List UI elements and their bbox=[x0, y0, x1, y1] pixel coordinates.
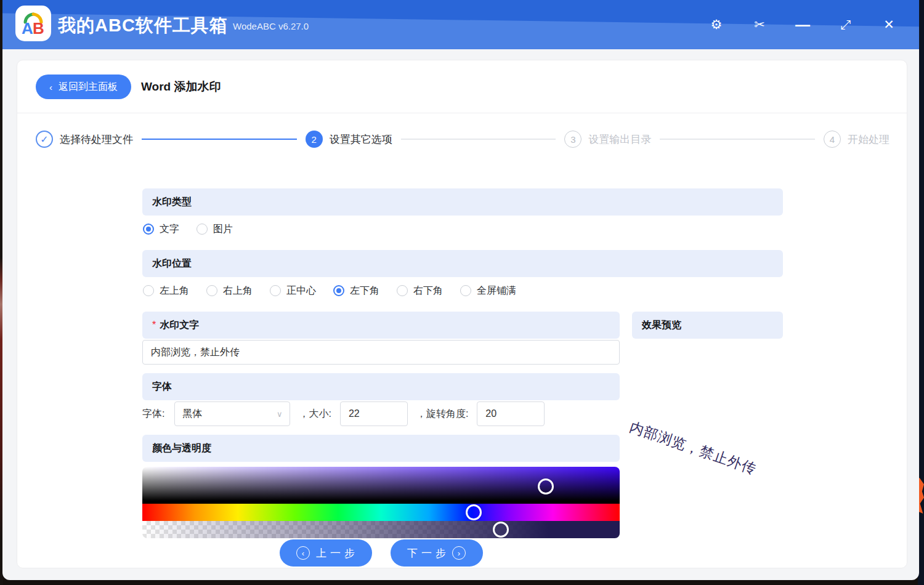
window-controls: ⚙ ✂ — ⤢ ✕ bbox=[695, 0, 910, 49]
font-size-label: ，大小: bbox=[299, 408, 331, 421]
divider bbox=[17, 113, 907, 113]
section-title: 颜色与透明度 bbox=[152, 442, 211, 455]
step-connector bbox=[142, 139, 297, 140]
watermark-text-input[interactable] bbox=[142, 340, 620, 365]
back-to-dashboard-button[interactable]: ‹ 返回到主面板 bbox=[36, 75, 131, 99]
saturation-handle[interactable] bbox=[538, 478, 554, 494]
alpha-slider[interactable] bbox=[142, 521, 620, 538]
minimize-icon[interactable]: — bbox=[781, 0, 824, 49]
maximize-icon[interactable]: ⤢ bbox=[824, 0, 867, 49]
main-panel: ‹ 返回到主面板 Word 添加水印 ✓ 选择待处理文件 2 设置其它选项 3 … bbox=[17, 60, 907, 568]
app-logo-icon: A B bbox=[19, 9, 47, 38]
watermark-preview-text: 内部浏览，禁止外传 bbox=[627, 418, 796, 491]
step-4-process: 4 开始处理 bbox=[824, 131, 890, 148]
wizard-nav-buttons: ‹ 上一步 下一步 › bbox=[142, 539, 620, 567]
radio-selected-icon bbox=[143, 224, 154, 235]
radio-icon bbox=[270, 285, 281, 296]
section-watermark-type: 水印类型 bbox=[142, 188, 783, 216]
toolbar-row: ‹ 返回到主面板 Word 添加水印 bbox=[36, 75, 221, 99]
radio-pos-bottom-left[interactable]: 左下角 bbox=[333, 284, 379, 297]
step-label: 选择待处理文件 bbox=[60, 132, 133, 147]
radio-icon bbox=[460, 285, 471, 296]
rotate-angle-input[interactable] bbox=[477, 401, 545, 426]
step-label: 设置输出目录 bbox=[588, 132, 651, 147]
font-family-label: 字体: bbox=[142, 408, 164, 421]
rotate-angle-label: ，旋转角度: bbox=[416, 408, 468, 421]
step-connector bbox=[401, 139, 556, 140]
step-number: 2 bbox=[306, 131, 323, 148]
section-font: 字体 bbox=[142, 373, 620, 400]
chevron-down-icon: ∨ bbox=[277, 410, 283, 419]
step-3-output-dir: 3 设置输出目录 bbox=[564, 131, 651, 148]
app-window: A B 我的ABC软件工具箱 WodeABC v6.27.0 ⚙ ✂ — ⤢ ✕… bbox=[2, 0, 919, 580]
prev-step-label: 上一步 bbox=[316, 546, 359, 560]
circle-arrow-left-icon: ‹ bbox=[296, 546, 310, 560]
titlebar: A B 我的ABC软件工具箱 WodeABC v6.27.0 ⚙ ✂ — ⤢ ✕ bbox=[2, 0, 919, 49]
radio-pos-top-right[interactable]: 右上角 bbox=[206, 284, 253, 297]
radio-type-text[interactable]: 文字 bbox=[143, 223, 179, 236]
section-color-opacity: 颜色与透明度 bbox=[142, 435, 620, 462]
section-title: 水印位置 bbox=[152, 257, 192, 270]
alpha-handle[interactable] bbox=[493, 522, 509, 538]
radio-icon bbox=[197, 224, 208, 235]
prev-step-button[interactable]: ‹ 上一步 bbox=[280, 539, 372, 567]
form-area: 水印类型 文字 图片 水印位置 左上角 bbox=[142, 188, 783, 569]
section-title: 字体 bbox=[152, 381, 172, 393]
saturation-value-panel[interactable] bbox=[142, 467, 620, 504]
font-size-input[interactable] bbox=[340, 401, 408, 426]
watermark-type-options: 文字 图片 bbox=[143, 220, 233, 238]
step-number: 3 bbox=[564, 131, 582, 148]
app-version: WodeABC v6.27.0 bbox=[233, 21, 309, 31]
radio-label: 文字 bbox=[160, 223, 179, 236]
settings-gear-icon[interactable]: ⚙ bbox=[695, 0, 738, 49]
radio-icon bbox=[397, 285, 408, 296]
radio-type-image[interactable]: 图片 bbox=[197, 223, 233, 236]
radio-pos-bottom-right[interactable]: 右下角 bbox=[397, 284, 443, 297]
section-title: 水印类型 bbox=[152, 196, 192, 209]
font-settings-row: 字体: 黑体 ∨ ，大小: ，旋转角度: bbox=[142, 401, 553, 426]
radio-pos-full-screen[interactable]: 全屏铺满 bbox=[460, 284, 516, 297]
app-title: 我的ABC软件工具箱 bbox=[58, 14, 228, 38]
color-picker bbox=[142, 467, 620, 538]
step-2-options: 2 设置其它选项 bbox=[306, 131, 392, 148]
font-family-value: 黑体 bbox=[182, 408, 202, 421]
radio-pos-center[interactable]: 正中心 bbox=[270, 284, 316, 297]
next-step-button[interactable]: 下一步 › bbox=[391, 539, 483, 567]
section-watermark-position: 水印位置 bbox=[142, 250, 783, 277]
radio-label: 图片 bbox=[213, 223, 233, 236]
chevron-left-icon: ‹ bbox=[49, 82, 52, 92]
scissors-icon[interactable]: ✂ bbox=[738, 0, 781, 49]
radio-selected-icon bbox=[333, 285, 344, 296]
step-connector bbox=[660, 139, 815, 140]
radio-icon bbox=[206, 285, 217, 296]
section-watermark-text: * 水印文字 bbox=[142, 312, 620, 339]
step-label: 开始处理 bbox=[848, 132, 890, 147]
alpha-gradient-overlay bbox=[142, 521, 620, 538]
hue-slider[interactable] bbox=[142, 504, 620, 521]
back-button-label: 返回到主面板 bbox=[59, 81, 118, 94]
circle-arrow-right-icon: › bbox=[452, 546, 466, 560]
page-title: Word 添加水印 bbox=[141, 79, 221, 95]
svg-text:A: A bbox=[22, 19, 33, 38]
required-asterisk: * bbox=[152, 320, 156, 331]
section-preview: 效果预览 bbox=[632, 312, 783, 339]
app-logo: A B bbox=[15, 6, 51, 41]
radio-icon bbox=[143, 285, 154, 296]
watermark-position-options: 左上角 右上角 正中心 左下角 右下角 bbox=[143, 282, 516, 299]
step-1-select-files: ✓ 选择待处理文件 bbox=[36, 131, 133, 148]
close-icon[interactable]: ✕ bbox=[867, 0, 910, 49]
font-family-select[interactable]: 黑体 ∨ bbox=[174, 401, 290, 426]
section-title: 水印文字 bbox=[160, 319, 199, 332]
step-label: 设置其它选项 bbox=[330, 132, 392, 147]
section-title: 效果预览 bbox=[642, 319, 681, 332]
svg-text:B: B bbox=[33, 19, 44, 38]
step-number: 4 bbox=[824, 131, 841, 148]
radio-pos-top-left[interactable]: 左上角 bbox=[143, 284, 189, 297]
next-step-label: 下一步 bbox=[407, 546, 450, 560]
hue-handle[interactable] bbox=[466, 504, 482, 520]
step-check-icon: ✓ bbox=[36, 131, 53, 148]
step-indicator: ✓ 选择待处理文件 2 设置其它选项 3 设置输出目录 4 开始处理 bbox=[36, 127, 890, 151]
